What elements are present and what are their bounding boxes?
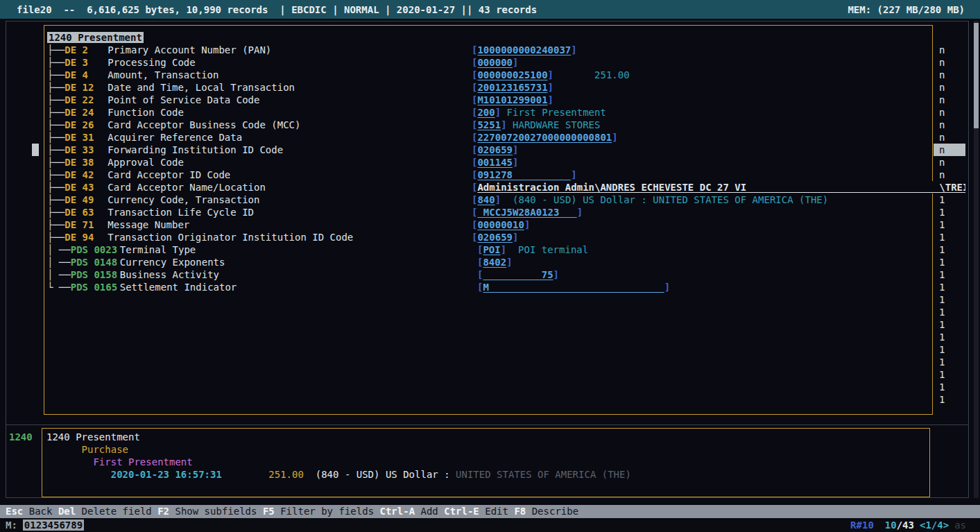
value-text[interactable]: 840 — [477, 194, 495, 205]
footer-key[interactable]: F8 — [514, 506, 526, 517]
footer-action-label[interactable]: Back — [23, 506, 58, 517]
tree-row[interactable]: │ ──PDS 0158Business Activity[ 75] — [47, 268, 219, 281]
field-value[interactable]: [POI] POI terminal — [477, 243, 588, 256]
record-flag-cell[interactable]: 1 — [934, 243, 965, 256]
value-text[interactable]: POI — [483, 244, 500, 255]
field-value[interactable]: [22700720027000000000801] — [472, 131, 618, 144]
tree-row[interactable]: └ ──PDS 0165Settlement Indicator[M ] — [47, 281, 237, 293]
record-flag-cell[interactable]: 1 — [934, 218, 965, 231]
footer-key[interactable]: Esc — [6, 506, 23, 517]
record-flag-cell[interactable]: 1 — [934, 231, 965, 243]
field-value[interactable]: [00000010] — [472, 218, 530, 231]
tree-row[interactable]: ├──DE 71Message Number[00000010] — [47, 218, 189, 231]
record-flag-cell[interactable]: n — [934, 106, 965, 119]
value-text[interactable]: 00000010 — [477, 219, 524, 230]
field-value[interactable]: [1000000000240037] — [472, 44, 577, 56]
value-text[interactable]: 000000 — [477, 57, 513, 68]
record-flag-cell[interactable]: n — [934, 69, 965, 81]
field-value[interactable]: [200123165731] — [472, 81, 553, 94]
footer-key[interactable]: F5 — [263, 506, 275, 517]
tree-row[interactable]: │ ──PDS 0023Terminal Type[POI] POI termi… — [47, 243, 196, 256]
value-text[interactable]: 001145 — [477, 157, 513, 168]
tree-row[interactable]: ├──DE 38Approval Code[001145] — [47, 156, 184, 169]
footer-key[interactable]: Ctrl-A — [379, 506, 415, 517]
footer-action-label[interactable]: Delete field — [76, 506, 157, 517]
value-text[interactable]: 75 — [483, 269, 553, 280]
field-value[interactable]: [020659] — [472, 144, 518, 156]
tree-row[interactable]: ├──DE 49Currency Code, Transaction[840] … — [47, 194, 259, 206]
value-text[interactable]: M10101299001 — [477, 94, 547, 105]
record-flag-cell[interactable]: 1 — [934, 331, 965, 343]
footer-action-label[interactable]: Describe — [526, 506, 584, 517]
record-flag-cell[interactable]: 1 — [934, 194, 965, 206]
value-text[interactable]: 200 — [477, 107, 495, 118]
value-text[interactable]: 5251 — [477, 119, 501, 130]
value-text[interactable]: 020659 — [477, 144, 513, 155]
record-flag-cell[interactable]: 1 — [934, 306, 965, 318]
record-flag-cell[interactable]: 1 — [934, 356, 965, 368]
value-text[interactable]: MCCJ5W28A0123 — [477, 207, 576, 218]
footer-action-label[interactable]: Add — [415, 506, 444, 517]
record-flag-cell[interactable] — [934, 181, 965, 194]
footer-key[interactable]: Del — [58, 506, 76, 517]
record-flag-cell[interactable]: 1 — [934, 281, 965, 293]
tree-row[interactable]: ├──DE 31Acquirer Reference Data[22700720… — [47, 131, 242, 144]
value-text[interactable]: 1000000000240037 — [477, 44, 571, 55]
record-flag-cell[interactable]: n — [934, 94, 965, 106]
tree-row[interactable]: ├──DE 2Primary Account Number (PAN)[1000… — [47, 44, 271, 56]
value-text[interactable]: 020659 — [477, 232, 513, 243]
value-text[interactable]: 091278 — [477, 169, 571, 180]
tree-row[interactable]: ├──DE 63Transaction Life Cycle ID[ MCCJ5… — [47, 206, 254, 218]
record-flag-cell[interactable]: n — [934, 119, 965, 131]
record-flag-cell[interactable]: n — [934, 144, 965, 156]
tree-row[interactable]: ├──DE 33Forwarding Institution ID Code[0… — [47, 144, 283, 156]
field-value[interactable]: [200] First Presentment — [472, 106, 606, 119]
field-value[interactable]: [ MCCJ5W28A0123 ] — [472, 206, 583, 218]
record-flag-cell[interactable]: 1 — [934, 343, 965, 356]
record-flag-cell[interactable]: 1 — [934, 268, 965, 281]
record-flag-cell[interactable]: 1 — [934, 393, 965, 406]
field-value[interactable]: [091278 ] — [472, 169, 577, 181]
record-flag-cell[interactable]: 1 — [934, 256, 965, 268]
tree-row[interactable]: ├──DE 4Amount, Transaction[000000025100]… — [47, 69, 218, 81]
value-text[interactable]: 000000025100 — [477, 69, 547, 80]
value-text[interactable]: 8402 — [483, 257, 506, 268]
scrollbar-thumb[interactable] — [974, 23, 979, 128]
record-flag-cell[interactable]: 1 — [934, 293, 965, 306]
footer-key[interactable]: Ctrl-E — [444, 506, 479, 517]
tree-row[interactable]: ├──DE 94Transaction Originator Instituti… — [47, 231, 353, 243]
footer-key[interactable]: F2 — [157, 506, 169, 517]
footer-action-label[interactable]: Show subfields — [169, 506, 263, 517]
field-value[interactable]: [001145] — [472, 156, 518, 169]
record-flag-cell[interactable]: 1 — [934, 318, 965, 331]
field-value[interactable]: [M ] — [477, 281, 670, 293]
tree-row[interactable]: │ ──PDS 0148Currency Exponents[8402] — [47, 256, 225, 268]
field-value[interactable]: [Administracion Admin\ANDRES ECHEVESTE D… — [472, 181, 965, 194]
record-flag-cell[interactable]: n — [934, 81, 965, 94]
footer-action-label[interactable]: Edit — [479, 506, 515, 517]
record-flag-cell[interactable]: 1 — [934, 368, 965, 381]
field-value[interactable]: [000000] — [472, 56, 518, 69]
tree-row[interactable]: ├──DE 24Function Code[200] First Present… — [47, 106, 184, 119]
record-flag-cell[interactable]: 1 — [934, 381, 965, 393]
message-title[interactable]: 1240 Presentment — [47, 31, 144, 44]
tree-row[interactable]: ├──DE 3Processing Code[000000] — [47, 56, 196, 69]
field-value[interactable]: [020659] — [472, 231, 518, 243]
tree-row[interactable]: ├──DE 43Card Acceptor Name/Location[Admi… — [47, 181, 266, 194]
tree-row[interactable]: ├──DE 42Card Acceptor ID Code[091278 ] — [47, 169, 230, 181]
record-flag-cell[interactable]: n — [934, 56, 965, 69]
field-value[interactable]: [8402] — [477, 256, 513, 268]
record-flag-cell[interactable]: n — [934, 156, 965, 169]
value-text[interactable]: 22700720027000000000801 — [477, 132, 612, 143]
value-text[interactable]: 200123165731 — [477, 82, 547, 93]
field-value[interactable]: [ 75] — [477, 268, 559, 281]
value-text[interactable]: Administracion Admin\ANDRES ECHEVESTE DC… — [477, 181, 965, 194]
record-flag-cell[interactable]: n — [934, 131, 965, 144]
record-flag-cell[interactable]: 1 — [934, 206, 965, 218]
field-value[interactable]: [000000025100] 251.00 — [472, 69, 630, 81]
tree-row[interactable]: ├──DE 26Card Acceptor Business Code (MCC… — [47, 119, 300, 131]
field-value[interactable]: [840] (840 - USD) US Dollar : UNITED STA… — [472, 194, 828, 206]
value-text[interactable]: M — [483, 282, 664, 293]
tree-row[interactable]: ├──DE 12Date and Time, Local Transaction… — [47, 81, 295, 94]
record-flag-cell[interactable]: n — [934, 44, 965, 56]
